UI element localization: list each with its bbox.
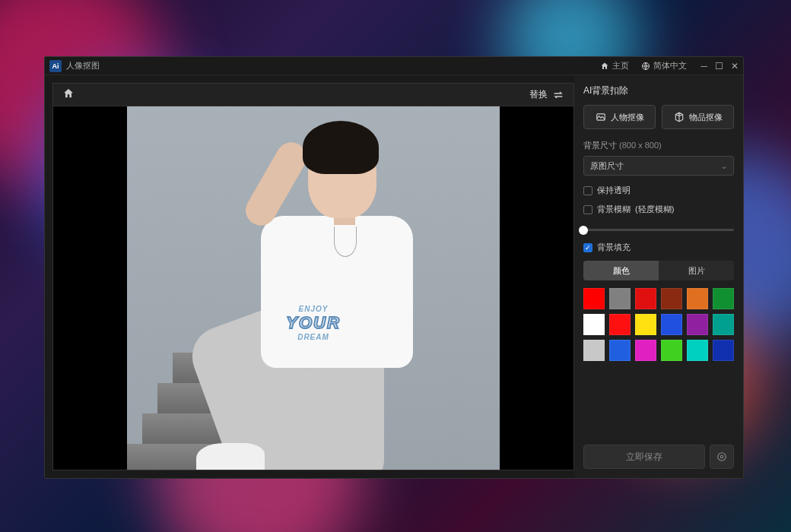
person-matting-label: 人物抠像 <box>611 112 644 123</box>
language-label: 简体中文 <box>653 60 687 71</box>
color-swatch[interactable] <box>583 340 605 361</box>
fill-tabbar: 颜色 图片 <box>583 261 734 280</box>
replace-button[interactable]: 替换 <box>529 88 564 101</box>
canvas-frame[interactable]: ENJOY YOUR DREAM <box>52 106 574 470</box>
side-panel: AI背景扣除 人物抠像 物品抠像 背景尺寸 (800 x 800) 原图尺寸 ⌄ <box>574 75 743 478</box>
tshirt-text-bottom: DREAM <box>286 333 341 341</box>
bg-fill-checkbox[interactable]: ✓ 背景填充 <box>583 242 734 253</box>
replace-label: 替换 <box>529 88 548 101</box>
bg-blur-label: 背景模糊 <box>597 204 631 215</box>
tshirt-text-top: ENJOY <box>286 305 341 313</box>
color-swatch[interactable] <box>635 340 656 361</box>
minimize-button[interactable]: ─ <box>700 62 707 71</box>
bg-size-value: (800 x 800) <box>619 141 662 150</box>
tab-color[interactable]: 颜色 <box>583 261 659 280</box>
color-swatch[interactable] <box>609 340 631 361</box>
maximize-button[interactable]: ☐ <box>715 62 723 71</box>
color-swatch[interactable] <box>713 314 734 335</box>
svg-point-2 <box>720 455 723 458</box>
save-button[interactable]: 立即保存 <box>583 445 705 469</box>
color-swatches <box>583 288 734 361</box>
app-title: 人像抠图 <box>66 60 100 71</box>
home-icon <box>62 87 75 100</box>
color-swatch[interactable] <box>583 288 605 309</box>
home-label: 主页 <box>612 60 629 71</box>
svg-point-3 <box>718 453 726 461</box>
size-select-value: 原图尺寸 <box>590 160 624 172</box>
bg-blur-checkbox[interactable]: 背景模糊 (轻度模糊) <box>583 204 734 215</box>
home-icon <box>600 62 609 71</box>
color-swatch[interactable] <box>661 314 682 335</box>
color-swatch[interactable] <box>687 288 708 309</box>
checkbox-checked-icon: ✓ <box>583 243 592 252</box>
image-icon <box>596 112 606 122</box>
tab-image[interactable]: 图片 <box>659 261 734 280</box>
globe-icon <box>641 62 650 71</box>
bg-size-label: 背景尺寸 (800 x 800) <box>583 140 734 151</box>
color-swatch[interactable] <box>635 314 656 335</box>
size-select[interactable]: 原图尺寸 ⌄ <box>583 156 734 176</box>
chevron-down-icon: ⌄ <box>721 162 727 170</box>
language-select[interactable]: 简体中文 <box>635 60 693 71</box>
gear-icon <box>716 451 727 462</box>
tshirt-text-main: YOUR <box>286 313 341 333</box>
slider-thumb[interactable] <box>579 226 588 235</box>
color-swatch[interactable] <box>713 288 734 309</box>
color-swatch[interactable] <box>609 314 631 335</box>
preview-image: ENJOY YOUR DREAM <box>127 106 500 470</box>
bg-blur-hint: (轻度模糊) <box>635 204 674 215</box>
color-swatch[interactable] <box>661 340 682 361</box>
keep-transparent-label: 保持透明 <box>597 185 631 196</box>
panel-title: AI背景扣除 <box>583 84 734 97</box>
close-button[interactable]: ✕ <box>731 62 739 71</box>
color-swatch[interactable] <box>583 314 605 335</box>
color-swatch[interactable] <box>609 288 631 309</box>
home-link[interactable]: 主页 <box>594 60 635 71</box>
color-swatch[interactable] <box>635 288 656 309</box>
app-icon: Ai <box>49 60 62 72</box>
canvas-home-button[interactable] <box>62 87 75 103</box>
person-matting-button[interactable]: 人物抠像 <box>583 105 656 129</box>
keep-transparent-checkbox[interactable]: 保持透明 <box>583 185 734 196</box>
object-matting-button[interactable]: 物品抠像 <box>662 105 734 129</box>
swap-icon <box>552 90 564 100</box>
object-matting-label: 物品抠像 <box>689 112 723 123</box>
blur-slider[interactable] <box>583 229 734 231</box>
app-window: Ai 人像抠图 主页 简体中文 ─ ☐ ✕ 替换 <box>44 56 744 479</box>
color-swatch[interactable] <box>687 340 708 361</box>
bg-fill-label: 背景填充 <box>597 242 631 253</box>
color-swatch[interactable] <box>713 340 734 361</box>
checkbox-unchecked-icon <box>583 186 592 195</box>
cube-icon <box>674 112 685 122</box>
color-swatch[interactable] <box>687 314 708 335</box>
titlebar: Ai 人像抠图 主页 简体中文 ─ ☐ ✕ <box>45 57 743 75</box>
checkbox-unchecked-icon <box>583 205 592 214</box>
save-options-button[interactable] <box>710 445 734 469</box>
canvas-pane: 替换 <box>45 75 574 478</box>
canvas-toolbar: 替换 <box>52 83 574 106</box>
color-swatch[interactable] <box>661 288 682 309</box>
